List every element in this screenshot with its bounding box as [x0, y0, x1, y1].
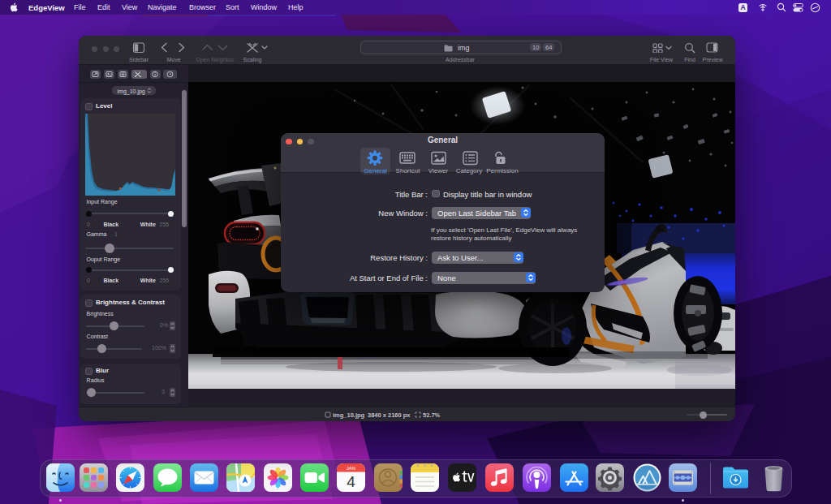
svg-text:4: 4	[347, 473, 355, 490]
svg-text:JAN: JAN	[346, 466, 355, 471]
